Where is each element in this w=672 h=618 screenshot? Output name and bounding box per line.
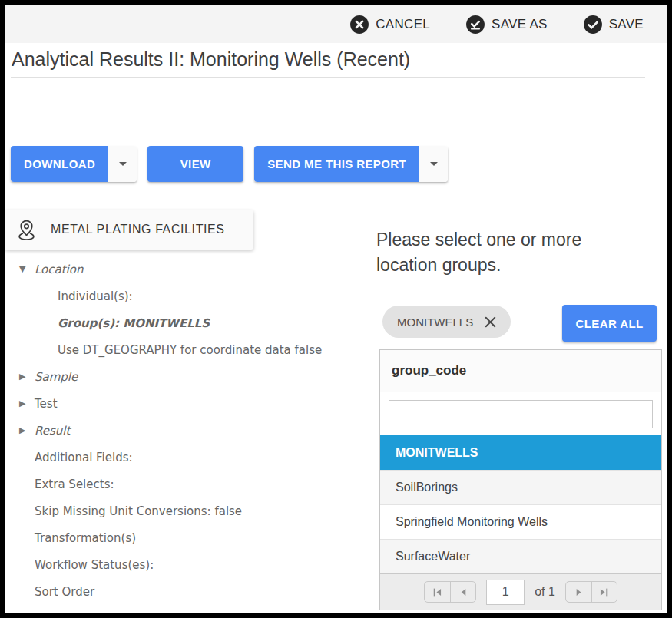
tree-item-label: Use DT_GEOGRAPHY for coordinate data fal… [58, 343, 322, 357]
save-button[interactable]: SAVE [583, 15, 644, 35]
tree-item-label: Transformation(s) [35, 531, 136, 545]
group-filter-input[interactable] [389, 400, 653, 428]
tree-item-label: Additional Fields: [35, 451, 133, 464]
report-title: Analytical Results II: Monitoring Wells … [12, 48, 410, 71]
group-row-label: MONITWELLS [396, 446, 478, 460]
save-icon [583, 15, 603, 35]
last-page-icon [599, 587, 609, 597]
tree-item[interactable]: ▶ Result [5, 417, 374, 444]
tree-item[interactable]: Use DT_GEOGRAPHY for coordinate data fal… [5, 336, 374, 363]
send-report-button[interactable]: SEND ME THIS REPORT [254, 146, 419, 182]
clear-all-button[interactable]: CLEAR ALL [562, 305, 657, 342]
tree-item-label: Workflow Status(es): [35, 558, 154, 572]
send-report-button-group: SEND ME THIS REPORT [254, 146, 448, 182]
tree-item-label: Sort Order [35, 585, 94, 599]
pager-forward-group [565, 581, 617, 603]
facility-label: METAL PLATING FACILITIES [51, 223, 225, 236]
next-page-icon [574, 587, 584, 597]
tree-item[interactable]: Individual(s): [5, 283, 374, 309]
filter-row [380, 392, 661, 435]
view-button[interactable]: VIEW [147, 146, 243, 182]
tree-item-label: Test [35, 397, 58, 411]
group-row-label: Springfield Monitoring Wells [396, 515, 548, 529]
chip-label: MONITWELLS [397, 316, 473, 329]
remove-chip-icon[interactable] [482, 314, 498, 330]
group-row-label: SurfaceWater [396, 550, 470, 563]
group-row[interactable]: Springfield Monitoring Wells [380, 504, 661, 539]
tree-item[interactable]: ▶ Test [5, 390, 374, 417]
group-code-column-header[interactable]: group_code [380, 350, 661, 392]
tree-item[interactable]: Transformation(s) [5, 524, 374, 551]
tree-item-label: Individual(s): [58, 289, 133, 303]
chevron-down-icon [119, 162, 127, 166]
save-as-label: SAVE AS [492, 17, 548, 32]
next-page-button[interactable] [566, 582, 591, 602]
cancel-button[interactable]: CANCEL [349, 15, 430, 35]
tree-item-label: Sample [35, 370, 78, 384]
report-toolbar: DOWNLOAD VIEW SEND ME THIS REPORT [11, 146, 448, 182]
group-row[interactable]: MONITWELLS [380, 435, 661, 470]
tree-toggle-icon[interactable]: ▶ [19, 398, 35, 408]
group-rows: MONITWELLS SoilBorings Springfield Monit… [380, 435, 661, 573]
tree-toggle-icon[interactable]: ▼ [19, 264, 35, 274]
title-divider [11, 77, 645, 78]
tree-item[interactable]: Additional Fields: [5, 444, 374, 471]
download-button-group: DOWNLOAD [11, 146, 137, 182]
group-row[interactable]: SoilBorings [380, 470, 661, 504]
tree-item-label: Group(s): MONITWELLS [58, 316, 210, 330]
cancel-icon [349, 15, 369, 35]
tree-toggle-icon[interactable]: ▶ [19, 425, 35, 435]
tree-item[interactable]: Extra Selects: [5, 471, 374, 497]
facility-card[interactable]: METAL PLATING FACILITIES [5, 210, 253, 250]
report-parameter-editor: CANCEL SAVE AS SAVE Analytical Results I… [0, 0, 672, 618]
save-label: SAVE [609, 17, 644, 32]
tree-item-label: Skip Missing Unit Conversions: false [35, 504, 242, 518]
first-page-button[interactable] [425, 582, 450, 602]
download-button[interactable]: DOWNLOAD [11, 146, 108, 182]
tree-item[interactable]: ▼ Location [5, 256, 374, 283]
chevron-down-icon [430, 162, 438, 166]
cancel-label: CANCEL [376, 17, 430, 32]
location-pin-icon [15, 219, 38, 241]
selection-prompt: Please select one or more location group… [376, 227, 634, 278]
group-row-label: SoilBorings [396, 481, 458, 494]
previous-page-icon [458, 587, 468, 597]
tree-item[interactable]: Skip Missing Unit Conversions: false [5, 497, 374, 524]
pager: 1 of 1 [380, 573, 661, 610]
download-dropdown-button[interactable] [108, 146, 137, 182]
group-row[interactable]: SurfaceWater [380, 539, 661, 573]
tree-item[interactable]: ▶ Sample [5, 363, 374, 390]
location-group-grid: group_code MONITWELLS SoilBorings Spring… [379, 349, 662, 610]
top-action-bar: CANCEL SAVE AS SAVE [5, 5, 667, 43]
save-as-icon [465, 15, 485, 35]
save-as-button[interactable]: SAVE AS [465, 15, 548, 35]
page-count-label: of 1 [535, 585, 555, 599]
tree-item-label: Result [35, 424, 70, 438]
report-parameters-tree: ▼ Location Individual(s): Group(s): MONI… [5, 256, 374, 605]
tree-item[interactable]: Group(s): MONITWELLS [5, 309, 374, 336]
first-page-icon [432, 587, 442, 597]
previous-page-button[interactable] [450, 582, 475, 602]
tree-item-label: Location [35, 263, 83, 276]
tree-item-label: Extra Selects: [35, 478, 114, 491]
tree-item[interactable]: Sort Order [5, 578, 374, 605]
selected-group-chip[interactable]: MONITWELLS [382, 306, 511, 338]
send-report-dropdown-button[interactable] [419, 146, 448, 182]
page-number-input[interactable]: 1 [486, 580, 525, 605]
last-page-button[interactable] [591, 582, 617, 602]
pager-back-group [424, 581, 476, 603]
tree-item[interactable]: Workflow Status(es): [5, 551, 374, 578]
tree-toggle-icon[interactable]: ▶ [19, 372, 35, 382]
